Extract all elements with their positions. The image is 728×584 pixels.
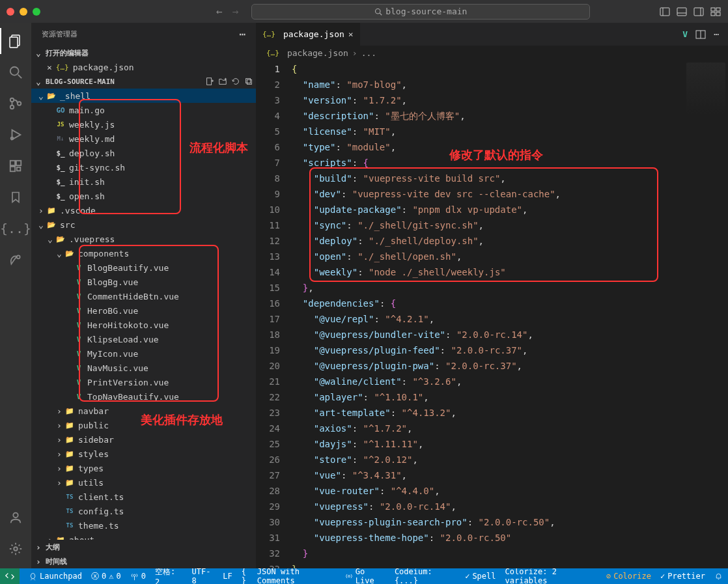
code-editor[interactable]: 1234567891011121314151617181920212223242…	[256, 60, 728, 568]
new-file-icon[interactable]	[205, 77, 214, 86]
tree-file[interactable]: $_init.sh	[31, 174, 256, 189]
tree-file[interactable]: TSconfig.ts	[31, 504, 256, 518]
tree-file[interactable]: VKlipseLoad.vue	[31, 332, 256, 346]
remote-button[interactable]	[0, 568, 20, 584]
close-icon[interactable]: ×	[47, 63, 52, 72]
close-window-button[interactable]	[7, 8, 14, 16]
tree-file[interactable]: VPrintVersion.vue	[31, 375, 256, 389]
settings-activity-icon[interactable]	[0, 536, 31, 562]
tree-file[interactable]: $_open.sh	[31, 189, 256, 203]
svg-rect-6	[694, 8, 703, 16]
codeium-status[interactable]: Codeium: {...}	[395, 567, 456, 584]
nav-forward-button[interactable]: →	[232, 5, 239, 18]
tree-file[interactable]: VBlogBg.vue	[31, 275, 256, 289]
tree-file[interactable]: M↓weekly.md	[31, 132, 256, 146]
svg-line-37	[31, 579, 32, 580]
tree-file[interactable]: VBlogBeautify.vue	[31, 260, 256, 275]
prettier-status[interactable]: ✓Prettier	[660, 572, 705, 581]
tree-item-label: BlogBeautify.vue	[87, 263, 169, 273]
extensions-activity-icon[interactable]	[0, 153, 31, 179]
sidebar-more-icon[interactable]: ⋯	[239, 28, 245, 40]
status-bar: Launchpad ⓧ0 ⚠0 0 空格: 2 UTF-8 LF { }JSON…	[0, 568, 728, 584]
tree-file[interactable]: VCommentHideBtn.vue	[31, 289, 256, 303]
tree-folder[interactable]: ›📁navbar	[31, 404, 256, 418]
tree-folder[interactable]: ›📁public	[31, 418, 256, 432]
tree-file[interactable]: JSweekly.js	[31, 117, 256, 132]
tree-folder[interactable]: ⌄📂components	[31, 246, 256, 260]
tree-folder[interactable]: ⌄📂_shell	[31, 89, 256, 103]
tree-folder[interactable]: ›📁about	[31, 533, 256, 540]
svg-point-26	[13, 513, 18, 518]
more-actions-icon[interactable]: ⋯	[714, 29, 719, 39]
tree-item-label: public	[78, 421, 109, 430]
tree-item-label: NavMusic.vue	[87, 363, 148, 373]
tree-file[interactable]: VHeroHitokoto.vue	[31, 318, 256, 332]
outline-section[interactable]: › 大纲	[31, 540, 256, 554]
accounts-activity-icon[interactable]	[0, 505, 31, 531]
tree-folder[interactable]: ›📁sidebar	[31, 432, 256, 447]
spell-status[interactable]: ✓Spell	[465, 572, 496, 581]
layout-primary-icon[interactable]	[659, 6, 671, 18]
tree-item-label: config.ts	[78, 507, 124, 516]
new-folder-icon[interactable]	[218, 77, 227, 86]
tree-file[interactable]: VMyIcon.vue	[31, 346, 256, 361]
breadcrumb[interactable]: {…} package.json › ...	[256, 46, 728, 60]
tree-file[interactable]: VTopNavBeautify.vue	[31, 389, 256, 404]
tree-folder[interactable]: ›📁types	[31, 461, 256, 475]
tree-file[interactable]: GOmain.go	[31, 103, 256, 117]
tree-file[interactable]: TSclient.ts	[31, 490, 256, 504]
problems-status[interactable]: ⓧ0 ⚠0	[91, 571, 121, 582]
tree-file[interactable]: $_git-sync.sh	[31, 160, 256, 174]
project-section[interactable]: ⌄ BLOG-SOURCE-MAIN	[31, 74, 256, 89]
launchpad-status[interactable]: Launchpad	[29, 572, 82, 581]
refresh-icon[interactable]	[231, 77, 240, 86]
food-activity-icon[interactable]	[0, 247, 31, 273]
minimize-window-button[interactable]	[20, 8, 27, 16]
timeline-section[interactable]: › 时间线	[31, 554, 256, 568]
search-activity-icon[interactable]	[0, 59, 31, 85]
tab-label: package.json	[283, 29, 344, 39]
maximize-window-button[interactable]	[33, 8, 40, 16]
tree-file[interactable]: TStheme.ts	[31, 518, 256, 533]
tree-folder[interactable]: ⌄📂.vuepress	[31, 232, 256, 246]
tree-folder[interactable]: ⌄📂src	[31, 217, 256, 232]
vue-mode-icon[interactable]: V	[682, 29, 688, 39]
spaces-status[interactable]: 空格: 2	[155, 566, 183, 585]
svg-rect-9	[716, 8, 720, 11]
file-tree[interactable]: ⌄📂_shellGOmain.goJSweekly.jsM↓weekly.md$…	[31, 89, 256, 540]
open-editors-section[interactable]: ⌄ 打开的编辑器	[31, 46, 256, 60]
tab-package-json[interactable]: {…} package.json ×	[256, 23, 360, 46]
tree-folder[interactable]: ›📁utils	[31, 475, 256, 490]
tree-file[interactable]: VNavMusic.vue	[31, 361, 256, 375]
minimap[interactable]	[686, 63, 725, 115]
layout-panel-icon[interactable]	[676, 6, 688, 18]
bookmark-activity-icon[interactable]	[0, 184, 31, 210]
tree-item-label: HeroHitokoto.vue	[87, 320, 169, 330]
colorize-vars-status[interactable]: Colorize: 2 variables	[505, 567, 597, 584]
collapse-all-icon[interactable]	[244, 77, 253, 86]
close-icon[interactable]: ×	[348, 29, 354, 39]
encoding-status[interactable]: UTF-8	[192, 567, 214, 584]
colorize-status[interactable]: ⊘Colorize	[606, 572, 651, 581]
customize-layout-icon[interactable]	[710, 6, 721, 18]
tree-folder[interactable]: ›📁.vscode	[31, 203, 256, 217]
split-editor-icon[interactable]	[695, 29, 706, 40]
ports-status[interactable]: 0	[130, 572, 146, 581]
tree-folder[interactable]: ›📁styles	[31, 447, 256, 461]
eol-status[interactable]: LF	[223, 572, 232, 581]
nav-back-button[interactable]: ←	[216, 5, 223, 18]
open-editor-item[interactable]: × {…} package.json	[31, 60, 256, 74]
layout-secondary-icon[interactable]	[693, 6, 705, 18]
explorer-activity-icon[interactable]	[0, 28, 31, 54]
command-center-search[interactable]: blog-source-main	[251, 4, 590, 20]
source-control-activity-icon[interactable]	[0, 90, 31, 117]
language-mode-status[interactable]: { }JSON with Comments	[242, 567, 336, 584]
bell-icon	[714, 572, 723, 581]
go-live-status[interactable]: Go Live	[345, 567, 385, 584]
notifications-status[interactable]	[714, 572, 723, 581]
run-debug-activity-icon[interactable]	[0, 122, 31, 148]
codeium-activity-icon[interactable]: {..}	[0, 216, 31, 242]
tree-item-label: open.sh	[69, 191, 105, 201]
tree-file[interactable]: $_deploy.sh	[31, 146, 256, 160]
tree-file[interactable]: VHeroBG.vue	[31, 303, 256, 318]
